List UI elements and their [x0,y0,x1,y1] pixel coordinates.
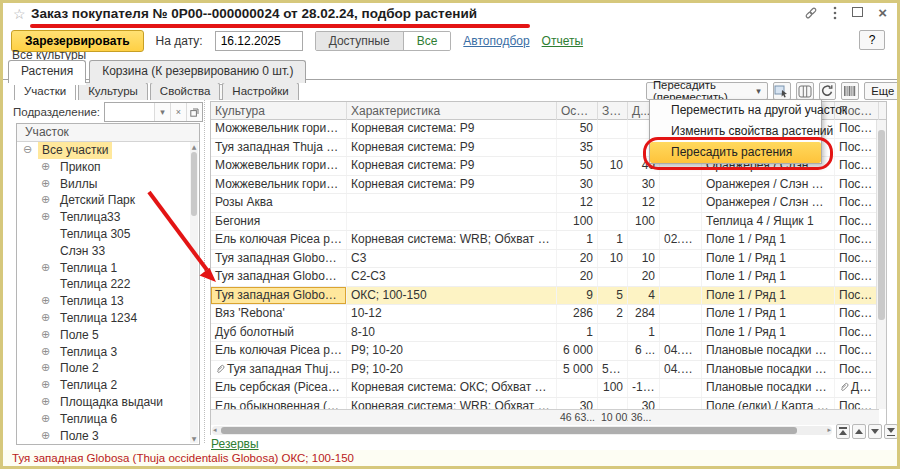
tree-item[interactable]: ⊕Теплица 3 [17,344,190,361]
table-row[interactable]: Ель обыкновенная (Picea abies ...Корнева… [211,398,879,410]
table-row[interactable]: Туя западная Globosa (Thuja occi...C3201… [211,250,879,269]
annotation-title-underline [30,24,530,28]
expand-icon[interactable]: ⊕ [41,360,56,377]
collapse-icon[interactable]: ⊖ [23,142,38,159]
column-header[interactable]: Зарез... [598,102,628,120]
tree-item[interactable]: ⊕Теплица33 [17,209,190,226]
toggle-option-all[interactable]: Все [404,32,451,50]
tree-item[interactable]: ⊕Теплица 13 [17,293,190,310]
cell: 1 [628,324,660,342]
expand-icon[interactable]: ⊕ [41,209,56,226]
go-first-button[interactable] [836,424,850,439]
expand-icon[interactable]: ⊕ [41,260,56,277]
transplant-button[interactable]: Пересадить (переместить) [646,82,768,100]
tab-basket[interactable]: Корзина (К резервированию 0 шт.) [89,60,306,83]
scroll-down-icon[interactable]: ▼ [190,435,198,442]
pick-rows-icon[interactable] [773,82,791,100]
tree-item[interactable]: ⊕Виллы [17,176,190,193]
tree-column-header[interactable]: Участок [17,124,199,142]
tree-item[interactable]: ⊕Поле 5 [17,327,190,344]
table-row[interactable]: Туя западная Thuja occidenta...P9; 10-20… [211,361,879,380]
tab-areas[interactable]: Участки [14,82,76,100]
autopick-link[interactable]: Автоподбор [463,34,529,48]
clear-icon[interactable]: × [170,103,186,121]
expand-icon[interactable]: ⊕ [41,176,56,193]
expand-icon[interactable]: ⊕ [41,411,56,428]
go-down-button[interactable] [868,424,882,439]
tab-settings[interactable]: Настройки [222,82,298,100]
tree-item[interactable]: Теплица 305 [17,226,190,243]
menu-item[interactable]: Пересадить растения [650,142,821,163]
tree-scroll-thumb[interactable] [191,152,197,216]
expand-icon[interactable]: ⊕ [41,394,56,411]
favorite-star-icon[interactable]: ☆ [13,6,26,22]
tab-plants[interactable]: Растения [8,60,86,83]
date-input[interactable] [215,31,303,51]
tree-item[interactable]: ⊕Детский Парк [17,192,190,209]
table-row[interactable]: Вяз 'Rebona'10-122862284Поле 1 / Ряд 1По… [211,305,879,324]
reports-link[interactable]: Отчеты [542,34,583,48]
tree-item[interactable]: ⊕Прикоп [17,159,190,176]
expand-icon[interactable]: ⊕ [41,428,56,444]
tree-item[interactable]: ⊕Теплица 6 [17,411,190,428]
tree-item[interactable]: ⊕Поле 2 [17,360,190,377]
tree-item[interactable]: ⊕Площадка выдачи [17,394,190,411]
tree-item[interactable]: Слэн 33 [17,243,190,260]
go-up-button[interactable] [852,424,866,439]
more-button[interactable]: Еще [864,82,900,100]
chevron-down-icon[interactable]: ▾ [154,103,170,121]
kebab-menu-icon[interactable] [833,6,837,20]
expand-icon[interactable]: ⊕ [41,344,56,361]
refresh-icon[interactable] [819,82,837,100]
column-header[interactable]: Характеристика [347,102,557,120]
table-row[interactable]: Ель колючая Picea pungens Hoo...P9; 10-2… [211,342,879,361]
cell: 50 [557,157,598,175]
scroll-up-icon[interactable]: ▲ [190,143,198,150]
expand-icon[interactable]: ⊕ [41,310,56,327]
help-button[interactable]: ? [859,30,885,50]
menu-item[interactable]: Изменить свойства растений [650,121,821,142]
tree-item[interactable]: Теплица 222 [17,276,190,293]
panel-splitter[interactable] [204,83,205,443]
barcode-icon[interactable] [841,82,859,100]
table-row[interactable]: Ель колючая Picea pungens Hoo...Корневая… [211,231,879,250]
reserves-link[interactable]: Резервы [211,437,259,451]
table-hscroll-thumb[interactable] [221,427,797,434]
open-form-icon[interactable] [186,103,202,121]
table-vscrollbar[interactable] [876,120,886,409]
table-row[interactable]: Ель сербская (Picea omorika Karel)Корнев… [211,379,879,398]
tree-item[interactable]: ⊕Теплица 1 [17,260,190,277]
menu-item[interactable]: Переместить на другой участок [650,100,821,121]
subdivision-input[interactable] [105,103,154,121]
toggle-option-available[interactable]: Доступные [316,32,404,50]
tab-properties[interactable]: Свойства [150,82,221,100]
scroll-left-icon[interactable]: ◂ [213,426,217,435]
tree-scrollbar[interactable]: ▲ ▼ [190,142,198,443]
expand-icon[interactable]: ⊕ [41,159,56,176]
expand-icon[interactable]: ⊕ [41,377,56,394]
table-row[interactable]: Бегония100100Теплица 4 / Ящик 1Посадка №… [211,213,879,232]
table-row[interactable]: Можжевельник горизонтальный ...Корневая … [211,176,879,195]
expand-icon[interactable]: ⊕ [41,192,56,209]
scroll-right-icon[interactable]: ▸ [827,426,831,435]
table-row[interactable]: Туя западная Globosa (Thuja occi...C2-C3… [211,268,879,287]
tree-item[interactable]: ⊖Все участки [17,142,190,159]
table-hscrollbar[interactable]: ◂ ▸ [212,426,832,435]
tab-cultures[interactable]: Культуры [78,82,148,100]
column-header[interactable]: Культура [211,102,347,120]
tree-item[interactable]: ⊕Поле 3 [17,428,190,444]
expand-icon[interactable]: ⊕ [41,327,56,344]
columns-icon[interactable] [796,82,814,100]
column-header[interactable]: Остаток [557,102,598,120]
expand-icon[interactable]: ⊕ [41,293,56,310]
tree-item[interactable]: ⊕Теплица 2 [17,377,190,394]
table-row[interactable]: Туя западная Globosa (Thuja occi...ОКС; … [211,287,879,306]
maximize-icon[interactable] [852,6,863,20]
table-row[interactable]: Розы Аква1212Оранжерея / Слэн 2 / ...Пос… [211,194,879,213]
tree-item[interactable]: ⊕Теплица 1234 [17,310,190,327]
table-row[interactable]: Дуб болотный8-1011Поле 1 / Ряд 1Посадка … [211,324,879,343]
close-icon[interactable]: × [878,6,887,20]
table-vscroll-thumb[interactable] [878,130,885,320]
go-last-button[interactable] [884,424,898,439]
link-icon[interactable] [804,6,818,20]
